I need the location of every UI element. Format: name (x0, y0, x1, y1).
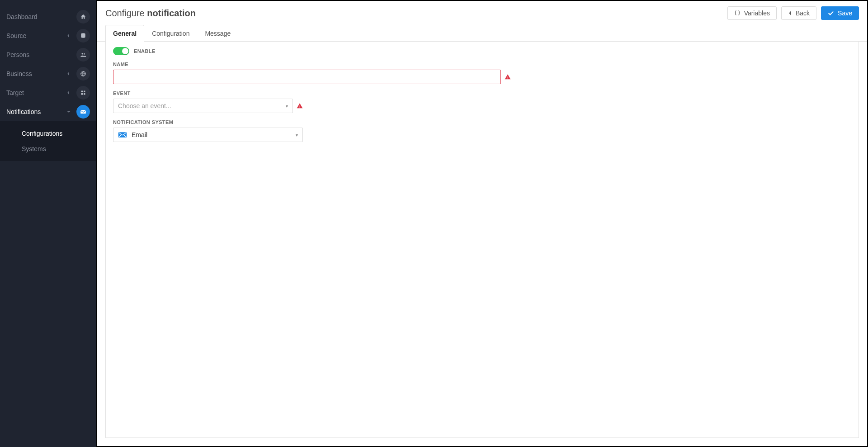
variables-button[interactable]: Variables (727, 6, 777, 20)
chevron-left-icon (788, 10, 792, 16)
form-panel: ENABLE NAME EVENT Choose an event... ▾ (105, 42, 859, 438)
chevron-left-icon (66, 71, 73, 76)
back-button-label: Back (796, 10, 810, 17)
sidebar-item-label: Dashboard (6, 13, 76, 20)
page-title-bold: notification (147, 8, 196, 18)
sidebar-item-label: Target (6, 89, 66, 96)
svg-rect-7 (84, 93, 85, 95)
tabs: General Configuration Message (97, 24, 867, 42)
name-label: NAME (113, 62, 851, 67)
sidebar-item-source[interactable]: Source (0, 26, 96, 45)
svg-point-2 (84, 53, 85, 55)
sidebar-item-label: Business (6, 70, 66, 77)
braces-icon (734, 10, 741, 16)
warning-icon (297, 103, 303, 109)
enable-toggle[interactable] (113, 47, 129, 55)
system-select[interactable]: Email ▾ (113, 128, 303, 142)
svg-rect-8 (80, 110, 86, 114)
sidebar-item-dashboard[interactable]: Dashboard (0, 7, 96, 26)
check-icon (828, 10, 834, 16)
back-button[interactable]: Back (781, 6, 816, 20)
tab-general[interactable]: General (105, 25, 144, 42)
grid-icon (76, 86, 90, 100)
event-select-placeholder: Choose an event... (118, 102, 171, 109)
sidebar-item-label: Notifications (6, 108, 66, 115)
system-row: NOTIFICATION SYSTEM Email ▾ (113, 119, 851, 142)
mail-icon (118, 132, 127, 138)
page-header: Configure notification Variables Back Sa… (97, 1, 867, 22)
sidebar-submenu: Configurations Systems (0, 121, 96, 161)
save-button[interactable]: Save (821, 6, 859, 20)
chevron-down-icon (66, 110, 73, 114)
enable-row: ENABLE (113, 47, 851, 55)
chevron-left-icon (66, 33, 73, 38)
caret-down-icon: ▾ (286, 104, 288, 109)
tab-message[interactable]: Message (197, 25, 238, 42)
sidebar-item-target[interactable]: Target (0, 83, 96, 102)
sidebar-item-label: Source (6, 32, 66, 39)
sidebar-item-label: Persons (6, 51, 76, 58)
event-label: EVENT (113, 90, 851, 96)
name-row: NAME (113, 62, 851, 84)
svg-rect-4 (81, 91, 83, 93)
sidebar: Dashboard Source Persons Business Target (0, 0, 96, 447)
mail-icon (76, 105, 90, 119)
sidebar-item-notifications[interactable]: Notifications (0, 102, 96, 121)
system-label: NOTIFICATION SYSTEM (113, 119, 851, 125)
warning-icon (505, 74, 511, 80)
page-title-prefix: Configure (105, 8, 147, 18)
main-content: Configure notification Variables Back Sa… (96, 0, 868, 447)
variables-button-label: Variables (744, 10, 770, 17)
svg-point-1 (82, 53, 84, 55)
svg-rect-6 (81, 93, 83, 95)
name-input[interactable] (113, 70, 501, 84)
toggle-knob (122, 48, 128, 54)
sidebar-item-business[interactable]: Business (0, 64, 96, 83)
enable-label: ENABLE (134, 48, 156, 54)
system-select-value: Email (132, 131, 147, 138)
event-select[interactable]: Choose an event... ▾ (113, 99, 293, 113)
event-row: EVENT Choose an event... ▾ (113, 90, 851, 113)
sidebar-item-persons[interactable]: Persons (0, 45, 96, 64)
page-title: Configure notification (105, 8, 196, 19)
database-icon (76, 29, 90, 43)
home-icon (76, 10, 90, 24)
save-button-label: Save (838, 10, 852, 17)
users-icon (76, 48, 90, 62)
tab-configuration[interactable]: Configuration (144, 25, 197, 42)
header-actions: Variables Back Save (727, 6, 859, 20)
caret-down-icon: ▾ (296, 133, 298, 138)
sidebar-sub-systems[interactable]: Systems (0, 141, 96, 157)
svg-rect-5 (84, 91, 85, 93)
globe-icon (76, 67, 90, 81)
chevron-left-icon (66, 90, 73, 95)
sidebar-sub-configurations[interactable]: Configurations (0, 126, 96, 141)
